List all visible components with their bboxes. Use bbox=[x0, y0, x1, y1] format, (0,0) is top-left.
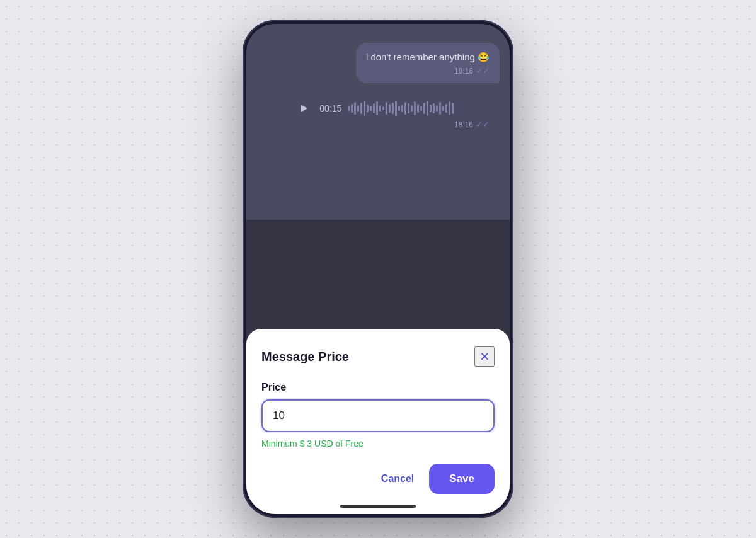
wave-bar bbox=[379, 105, 381, 112]
home-indicator bbox=[340, 505, 416, 508]
voice-read-check-icon: ✓✓ bbox=[476, 120, 490, 129]
wave-bar bbox=[386, 102, 387, 115]
wave-bar bbox=[445, 104, 447, 113]
wave-bar bbox=[360, 103, 362, 114]
wave-bar bbox=[348, 106, 350, 111]
wave-bar bbox=[401, 105, 403, 112]
wave-bar bbox=[430, 105, 432, 112]
wave-bar bbox=[354, 102, 356, 115]
voice-duration: 00:15 bbox=[319, 103, 341, 113]
voice-content: 00:15 bbox=[295, 100, 490, 117]
close-button[interactable]: ✕ bbox=[474, 346, 495, 367]
wave-bar bbox=[452, 103, 454, 114]
modal-header: Message Price ✕ bbox=[261, 346, 495, 367]
hint-text: Minimum $ 3 USD of Free bbox=[261, 438, 495, 449]
wave-bar bbox=[404, 102, 406, 115]
wave-bar bbox=[367, 105, 369, 112]
modal-sheet: Message Price ✕ Price Minimum $ 3 USD of… bbox=[246, 329, 510, 514]
price-label: Price bbox=[261, 382, 495, 393]
voice-message-time: 18:16 ✓✓ bbox=[295, 120, 490, 129]
message-right: i don't remember anything 😂 18:16 ✓✓ bbox=[256, 43, 500, 83]
cancel-button[interactable]: Cancel bbox=[376, 467, 419, 491]
wave-bar bbox=[392, 103, 394, 114]
wave-bar bbox=[420, 106, 422, 111]
wave-bar bbox=[373, 103, 375, 113]
wave-bar bbox=[427, 101, 428, 116]
wave-bar bbox=[436, 105, 438, 112]
message-container: i don't remember anything 😂 18:16 ✓✓ bbox=[246, 43, 510, 138]
wave-bar bbox=[364, 101, 365, 116]
modal-actions: Cancel Save bbox=[261, 464, 495, 494]
wave-bar bbox=[449, 101, 450, 115]
wave-bar bbox=[395, 101, 397, 116]
wave-bar bbox=[351, 104, 353, 113]
wave-bar bbox=[423, 103, 425, 114]
wave-bar bbox=[439, 102, 441, 115]
play-icon bbox=[301, 105, 307, 112]
read-check-icon: ✓✓ bbox=[476, 66, 490, 76]
wave-bar bbox=[370, 106, 372, 111]
price-input[interactable] bbox=[261, 399, 495, 432]
message-time: 18:16 ✓✓ bbox=[366, 66, 490, 76]
wave-bar bbox=[376, 101, 378, 115]
voice-bubble: 00:15 bbox=[285, 91, 500, 138]
wave-bar bbox=[382, 106, 384, 110]
chat-area: i don't remember anything 😂 18:16 ✓✓ bbox=[246, 24, 510, 514]
wave-bar bbox=[398, 106, 400, 111]
voice-message-container: 00:15 bbox=[256, 91, 500, 138]
wave-bar bbox=[442, 106, 444, 111]
save-button[interactable]: Save bbox=[429, 464, 495, 494]
text-bubble: i don't remember anything 😂 18:16 ✓✓ bbox=[356, 43, 500, 83]
wave-bar bbox=[417, 104, 419, 113]
waveform bbox=[348, 100, 490, 117]
wave-bar bbox=[433, 103, 435, 113]
phone-frame: i don't remember anything 😂 18:16 ✓✓ bbox=[243, 20, 513, 518]
wave-bar bbox=[408, 103, 410, 113]
wave-bar bbox=[414, 101, 416, 115]
message-text: i don't remember anything 😂 bbox=[366, 50, 490, 64]
modal-overlay: Message Price ✕ Price Minimum $ 3 USD of… bbox=[246, 220, 510, 514]
phone-inner: i don't remember anything 😂 18:16 ✓✓ bbox=[246, 24, 510, 514]
wave-bar bbox=[411, 105, 413, 112]
modal-title: Message Price bbox=[261, 350, 349, 364]
play-button[interactable] bbox=[295, 100, 313, 117]
wave-bar bbox=[357, 105, 359, 112]
wave-bar bbox=[389, 104, 391, 113]
